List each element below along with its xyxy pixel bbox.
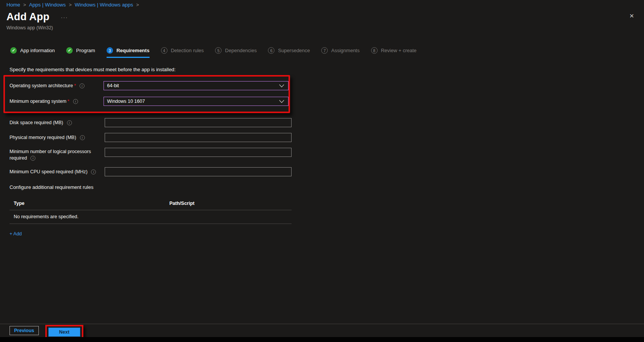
step-label: Assignments: [331, 48, 359, 53]
field-label: Minimum number of logical processors req…: [10, 149, 91, 161]
step-label: Detection rules: [171, 48, 204, 53]
bottom-edge-strip: [0, 337, 644, 342]
field-label: Disk space required (MB): [10, 120, 63, 125]
field-label: Physical memory required (MB): [10, 135, 76, 140]
previous-button[interactable]: Previous: [10, 326, 39, 335]
os-architecture-dropdown[interactable]: 64-bit: [104, 81, 289, 90]
breadcrumb-separator: >: [23, 2, 26, 8]
form-row-logical-processors: Minimum number of logical processors req…: [10, 148, 644, 161]
info-icon[interactable]: i: [67, 120, 72, 125]
step-number-icon: 7: [321, 47, 328, 54]
dropdown-selected-value: Windows 10 1607: [107, 99, 145, 104]
form-row-disk-space: Disk space required (MB) i: [10, 118, 644, 127]
breadcrumb-separator: >: [69, 2, 72, 8]
step-review-create[interactable]: 8 Review + create: [371, 47, 417, 58]
step-requirements[interactable]: 3 Requirements: [107, 47, 150, 58]
required-asterisk: *: [67, 99, 69, 104]
breadcrumb-separator: >: [136, 2, 139, 8]
step-done-check-icon: ✓: [66, 47, 73, 54]
page-subtitle: Windows app (Win32): [0, 25, 644, 30]
required-asterisk: *: [74, 83, 76, 88]
table-header-path-script: Path/Script: [169, 201, 194, 206]
info-icon[interactable]: i: [73, 99, 78, 104]
context-menu-ellipsis-icon[interactable]: ···: [61, 14, 68, 20]
add-requirement-link[interactable]: + Add: [10, 231, 22, 237]
breadcrumb-windows-apps[interactable]: Windows | Windows apps: [75, 2, 133, 8]
field-label: Operating system architecture: [10, 83, 73, 88]
step-dependencies[interactable]: 5 Dependencies: [215, 47, 257, 58]
info-icon[interactable]: i: [80, 135, 85, 140]
wizard-steps: ✓ App information ✓ Program 3 Requiremen…: [10, 47, 644, 58]
next-button[interactable]: Next: [48, 328, 80, 337]
requirements-intro-text: Specify the requirements that devices mu…: [10, 67, 644, 72]
step-assignments[interactable]: 7 Assignments: [321, 47, 359, 58]
close-icon[interactable]: ✕: [629, 13, 634, 19]
minimum-os-dropdown[interactable]: Windows 10 1607: [104, 97, 289, 106]
breadcrumb: Home>Apps | Windows>Windows | Windows ap…: [0, 0, 644, 8]
physical-memory-input[interactable]: [105, 133, 292, 142]
step-number-icon: 3: [107, 47, 113, 54]
step-label: Program: [76, 48, 95, 53]
field-label: Minimum CPU speed required (MHz): [10, 169, 88, 174]
chevron-down-icon: [279, 84, 284, 88]
disk-space-input[interactable]: [105, 118, 292, 127]
form-row-os-architecture: Operating system architecture* i 64-bit: [10, 81, 289, 90]
table-empty-message: No requirements are specified.: [10, 210, 292, 224]
step-app-information[interactable]: ✓ App information: [10, 47, 55, 58]
form-row-cpu-speed: Minimum CPU speed required (MHz) i: [10, 167, 644, 176]
breadcrumb-apps-windows[interactable]: Apps | Windows: [29, 2, 66, 8]
wizard-footer: Previous Next: [0, 324, 644, 337]
step-number-icon: 6: [268, 47, 274, 54]
table-divider: [10, 224, 292, 224]
chevron-down-icon: [279, 100, 284, 103]
breadcrumb-home[interactable]: Home: [6, 2, 20, 8]
info-icon[interactable]: i: [30, 156, 35, 161]
form-row-physical-memory: Physical memory required (MB) i: [10, 133, 644, 142]
table-header-type: Type: [14, 201, 169, 206]
step-label: App information: [20, 48, 55, 53]
step-done-check-icon: ✓: [10, 47, 17, 54]
step-label: Dependencies: [225, 48, 257, 53]
step-supersedence[interactable]: 6 Supersedence: [268, 47, 310, 58]
step-number-icon: 5: [215, 47, 222, 54]
annotation-box-os-fields: Operating system architecture* i 64-bit …: [3, 75, 290, 113]
step-number-icon: 4: [161, 47, 167, 54]
dropdown-selected-value: 64-bit: [107, 83, 119, 88]
step-number-icon: 8: [371, 47, 378, 54]
form-row-minimum-os: Minimum operating system* i Windows 10 1…: [10, 97, 289, 106]
logical-processors-input[interactable]: [105, 148, 292, 157]
step-detection-rules[interactable]: 4 Detection rules: [161, 47, 204, 58]
step-label: Requirements: [116, 48, 150, 53]
step-label: Review + create: [381, 48, 417, 53]
step-label: Supersedence: [278, 48, 310, 53]
cpu-speed-input[interactable]: [105, 167, 292, 176]
field-label: Minimum operating system: [10, 99, 66, 104]
page-title: Add App: [6, 11, 49, 23]
info-icon[interactable]: i: [91, 169, 96, 174]
additional-rules-heading: Configure additional requirement rules: [10, 184, 644, 190]
step-program[interactable]: ✓ Program: [66, 47, 95, 58]
requirement-rules-table: Type Path/Script No requirements are spe…: [10, 201, 292, 224]
info-icon[interactable]: i: [80, 83, 84, 88]
